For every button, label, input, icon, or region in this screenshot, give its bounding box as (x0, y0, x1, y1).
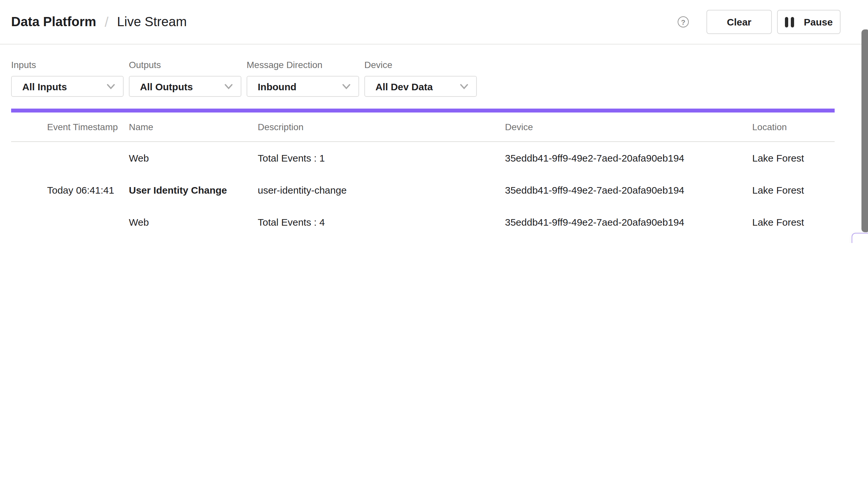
cell-name: Web (129, 216, 258, 227)
breadcrumb-separator: / (105, 14, 108, 30)
cell-timestamp: Today 06:41:41 (47, 184, 129, 195)
device-select-value: All Dev Data (375, 81, 456, 92)
cell-name: User Identity Change (129, 184, 258, 195)
col-event-timestamp: Event Timestamp (47, 122, 129, 132)
live-indicator-bar (11, 109, 835, 113)
filter-label: Device (364, 60, 482, 70)
chevron-down-icon (106, 83, 115, 89)
filter-group-inputs: Inputs All Inputs (11, 60, 129, 97)
filter-label: Message Direction (247, 60, 364, 70)
pause-button-label: Pause (804, 17, 833, 28)
table-body: + Web Total Events : 1 35eddb41-9ff9-49e… (11, 142, 835, 243)
table-row[interactable]: + Today 06:41:40 Application State Trans… (11, 238, 835, 243)
message-direction-select[interactable]: Inbound (247, 76, 359, 97)
col-description: Description (258, 122, 505, 132)
pause-icon (785, 17, 794, 27)
filter-group-outputs: Outputs All Outputs (129, 60, 247, 97)
scrollbar-thumb[interactable] (862, 29, 868, 232)
table-row[interactable]: + Web Total Events : 4 35eddb41-9ff9-49e… (11, 206, 835, 238)
page-header: Data Platform / Live Stream ? Clear Paus… (0, 0, 868, 44)
col-device: Device (505, 122, 752, 132)
clear-button-label: Clear (727, 17, 751, 28)
filter-group-device: Device All Dev Data (364, 60, 482, 97)
inputs-select-value: All Inputs (22, 81, 103, 92)
clear-button[interactable]: Clear (707, 10, 772, 34)
chevron-down-icon (460, 83, 468, 89)
col-name: Name (129, 122, 258, 132)
events-table: Event Timestamp Name Description Device … (11, 113, 835, 243)
filters-bar: Inputs All Inputs Outputs All Outputs Me… (0, 44, 868, 97)
cell-device: 35eddb41-9ff9-49e2-7aed-20afa90eb194 (505, 152, 752, 163)
cell-location: Lake Forest (752, 216, 835, 227)
help-button[interactable]: ? (678, 17, 689, 28)
breadcrumb: Data Platform / Live Stream (11, 14, 187, 30)
feedback-tab[interactable]: Feedback (851, 233, 868, 243)
chevron-down-icon (342, 83, 350, 89)
cell-description: Total Events : 4 (258, 216, 505, 227)
outputs-select[interactable]: All Outputs (129, 76, 241, 97)
breadcrumb-item-live-stream: Live Stream (117, 14, 187, 29)
breadcrumb-item-data-platform[interactable]: Data Platform (11, 14, 96, 29)
outputs-select-value: All Outputs (140, 81, 220, 92)
filter-label: Outputs (129, 60, 247, 70)
table-row[interactable]: + Web Total Events : 1 35eddb41-9ff9-49e… (11, 142, 835, 174)
cell-name: Web (129, 152, 258, 163)
message-direction-select-value: Inbound (258, 81, 338, 92)
filter-label: Inputs (11, 60, 129, 70)
cell-device: 35eddb41-9ff9-49e2-7aed-20afa90eb194 (505, 184, 752, 195)
table-header: Event Timestamp Name Description Device … (11, 113, 835, 142)
cell-location: Lake Forest (752, 184, 835, 195)
pause-button[interactable]: Pause (777, 10, 840, 34)
chevron-down-icon (224, 83, 233, 89)
cell-description: Total Events : 1 (258, 152, 505, 163)
inputs-select[interactable]: All Inputs (11, 76, 124, 97)
live-stream-page: Data Platform / Live Stream ? Clear Paus… (0, 0, 868, 243)
device-select[interactable]: All Dev Data (364, 76, 477, 97)
col-location: Location (752, 122, 835, 132)
scrollbar (861, 0, 868, 243)
filter-group-message-direction: Message Direction Inbound (247, 60, 364, 97)
header-actions: ? Clear Pause (678, 10, 840, 34)
cell-device: 35eddb41-9ff9-49e2-7aed-20afa90eb194 (505, 216, 752, 227)
cell-description: user-identity-change (258, 184, 505, 195)
question-mark-icon: ? (681, 18, 685, 26)
cell-location: Lake Forest (752, 152, 835, 163)
table-row[interactable]: + Today 06:41:41 User Identity Change us… (11, 174, 835, 206)
